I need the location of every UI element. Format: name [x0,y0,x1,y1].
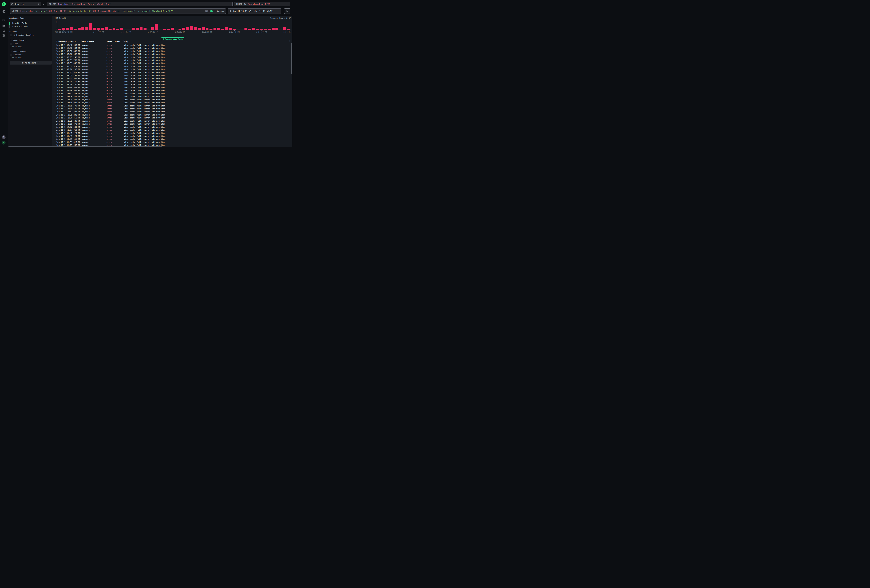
row-expand-chevron-icon[interactable]: › [54,135,55,137]
table-row[interactable]: ›Jun 11 1:55:51.448 PMpaymenterrorVisa c… [52,62,291,65]
table-row[interactable]: ›Jun 11 1:55:07.827 PMpaymenterrorVisa c… [52,71,291,74]
collapse-panel-icon[interactable] [3,10,5,13]
table-row[interactable]: ›Jun 11 1:52:51.824 PMpaymenterrorVisa c… [52,110,291,113]
service-checkout-checkbox[interactable] [10,54,12,56]
time-range-picker[interactable]: Jun 11 13:41:52 - Jun 11 13:56:52 [228,8,281,14]
app-logo-icon[interactable] [2,2,6,6]
row-expand-chevron-icon[interactable]: › [54,83,55,85]
vertical-scrollbar-thumb[interactable] [291,43,292,74]
where-query-input[interactable]: WHERE SeverityText = 'error' AND Body IL… [10,8,226,14]
table-row[interactable]: ›Jun 11 1:54:52.241 PMpaymenterrorVisa c… [52,74,291,77]
row-expand-chevron-icon[interactable]: › [54,144,55,146]
severity-info-label[interactable]: info [13,43,18,45]
severity-load-more[interactable]: Load more [10,46,22,48]
more-filters-button[interactable]: More filters [10,61,52,64]
source-select[interactable]: Demo Logs [10,2,41,6]
table-row[interactable]: ›Jun 11 1:56:32.843 PMpaymenterrorVisa c… [52,50,291,53]
denoise-label[interactable]: Denoise Results [16,34,34,36]
row-expand-chevron-icon[interactable]: › [54,53,55,55]
lucene-language-option[interactable]: Lucene [217,10,224,12]
table-row[interactable]: ›Jun 11 1:51:39.115 PMpaymenterrorVisa c… [52,138,291,141]
table-row[interactable]: ›Jun 11 1:52:30.469 PMpaymenterrorVisa c… [52,116,291,119]
resume-live-tail-button[interactable]: Resume Live Tail [161,37,184,40]
table-row[interactable]: ›Jun 11 1:51:31.415 PMpaymenterrorVisa c… [52,141,291,144]
row-expand-chevron-icon[interactable]: › [54,74,55,76]
dashboards-icon[interactable] [3,34,5,37]
table-row[interactable]: ›Jun 11 1:55:59.760 PMpaymenterrorVisa c… [52,59,291,62]
run-query-button[interactable] [284,8,290,14]
row-expand-chevron-icon[interactable]: › [54,44,55,46]
table-row[interactable]: ›Jun 11 1:53:05.578 PMpaymenterrorVisa c… [52,104,291,107]
row-expand-chevron-icon[interactable]: › [54,108,55,110]
row-expand-chevron-icon[interactable]: › [54,95,55,97]
row-expand-chevron-icon[interactable]: › [54,138,55,140]
row-expand-chevron-icon[interactable]: › [54,99,55,101]
table-row[interactable]: ›Jun 11 1:53:26.250 PMpaymenterrorVisa c… [52,95,291,98]
row-expand-chevron-icon[interactable]: › [54,86,55,88]
table-row[interactable]: ›Jun 11 1:51:57.712 PMpaymenterrorVisa c… [52,128,291,131]
select-query-input[interactable]: SELECT Timestamp, ServiceName, SeverityT… [47,2,232,6]
table-row[interactable]: ›Jun 11 1:53:10.922 PMpaymenterrorVisa c… [52,101,291,104]
table-row[interactable]: ›Jun 11 1:52:02.581 PMpaymenterrorVisa c… [52,126,291,128]
denoise-checkbox[interactable] [10,34,12,36]
search-icon[interactable] [10,40,12,42]
sessions-icon[interactable] [3,29,5,32]
help-button[interactable]: ? [2,135,6,139]
row-expand-chevron-icon[interactable]: › [54,68,55,70]
table-row[interactable]: ›Jun 11 1:55:39.324 PMpaymenterrorVisa c… [52,65,291,68]
table-row[interactable]: ›Jun 11 1:55:16.296 PMpaymenterrorVisa c… [52,68,291,71]
table-row[interactable]: ›Jun 11 1:51:47.229 PMpaymenterrorVisa c… [52,132,291,135]
mode-option-results-table[interactable]: Results Table [12,22,27,24]
table-row[interactable]: ›Jun 11 1:56:08.948 PMpaymenterrorVisa c… [52,53,291,56]
row-expand-chevron-icon[interactable]: › [54,126,55,128]
table-row[interactable]: ›Jun 11 1:54:06.953 PMpaymenterrorVisa c… [52,89,291,92]
row-expand-chevron-icon[interactable]: › [54,105,55,107]
table-row[interactable]: ›Jun 11 1:54:40.218 PMpaymenterrorVisa c… [52,80,291,83]
table-row[interactable]: ›Jun 11 1:56:38.534 PMpaymenterrorVisa c… [52,47,291,49]
table-row[interactable]: ›Jun 11 1:52:19.473 PMpaymenterrorVisa c… [52,122,291,125]
row-expand-chevron-icon[interactable]: › [54,132,55,134]
row-expand-chevron-icon[interactable]: › [54,129,55,131]
row-expand-chevron-icon[interactable]: › [54,120,55,122]
horizontal-scrollbar-thumb[interactable] [8,146,162,147]
table-row[interactable]: ›Jun 11 1:54:43.948 PMpaymenterrorVisa c… [52,77,291,80]
row-expand-chevron-icon[interactable]: › [54,80,55,82]
search-icon[interactable] [10,51,12,52]
orderby-query-input[interactable]: ORDER BY TimestampTime DESC [234,2,290,6]
user-avatar[interactable]: U [2,141,6,144]
table-options-icon[interactable]: ⋮ [289,40,290,42]
row-expand-chevron-icon[interactable]: › [54,59,55,61]
row-expand-chevron-icon[interactable]: › [54,141,55,143]
sql-language-option[interactable]: SQL [210,10,213,12]
row-expand-chevron-icon[interactable]: › [54,101,55,104]
row-expand-chevron-icon[interactable]: › [54,62,55,64]
row-expand-chevron-icon[interactable]: › [54,47,55,49]
search-logs-icon[interactable] [3,19,5,22]
source-settings-gear-icon[interactable] [42,3,45,5]
table-row[interactable]: ›Jun 11 1:52:25.630 PMpaymenterrorVisa c… [52,119,291,122]
row-expand-chevron-icon[interactable]: › [54,65,55,67]
row-expand-chevron-icon[interactable]: › [54,123,55,125]
row-expand-chevron-icon[interactable]: › [54,92,55,94]
row-expand-chevron-icon[interactable]: › [54,71,55,73]
row-expand-chevron-icon[interactable]: › [54,117,55,119]
service-load-more[interactable]: Load more [10,57,22,59]
row-expand-chevron-icon[interactable]: › [54,89,55,91]
row-expand-chevron-icon[interactable]: › [54,111,55,113]
table-row[interactable]: ›Jun 11 1:56:03.248 PMpaymenterrorVisa c… [52,56,291,59]
severity-info-checkbox[interactable] [10,43,12,45]
table-row[interactable]: ›Jun 11 1:53:41.873 PMpaymenterrorVisa c… [52,92,291,95]
table-row[interactable]: ›Jun 11 1:51:43.121 PMpaymenterrorVisa c… [52,135,291,138]
row-expand-chevron-icon[interactable]: › [54,114,55,116]
table-row[interactable]: ›Jun 11 1:53:00.676 PMpaymenterrorVisa c… [52,107,291,110]
row-expand-chevron-icon[interactable]: › [54,77,55,79]
table-row[interactable]: ›Jun 11 1:54:26.230 PMpaymenterrorVisa c… [52,83,291,86]
histogram-bars[interactable] [58,22,290,30]
row-expand-chevron-icon[interactable]: › [54,50,55,52]
table-row[interactable]: ›Jun 11 1:53:24.274 PMpaymenterrorVisa c… [52,98,291,101]
chart-explorer-icon[interactable] [3,24,5,27]
table-row[interactable]: ›Jun 11 1:52:35.232 PMpaymenterrorVisa c… [52,113,291,116]
row-expand-chevron-icon[interactable]: › [54,56,55,58]
table-row[interactable]: ›Jun 11 1:56:42.995 PMpaymenterrorVisa c… [52,44,291,47]
service-checkout-label[interactable]: checkout [13,54,22,56]
